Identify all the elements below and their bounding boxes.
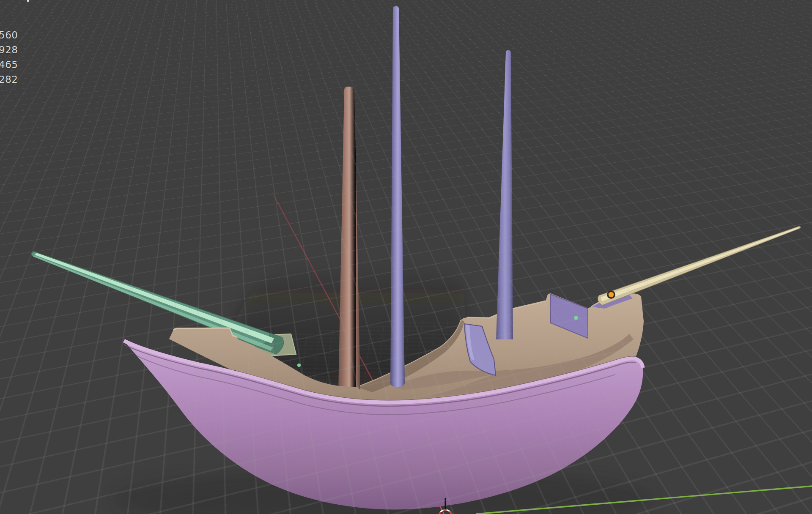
viewport-3d[interactable]: 560 928 465 282 — [0, 0, 812, 514]
fore-mast[interactable] — [338, 87, 360, 391]
stern-spar[interactable] — [598, 226, 801, 305]
deck-marker-green-2 — [574, 316, 578, 320]
clipped-text-fragment — [27, 0, 29, 2]
scene-graphics — [0, 0, 812, 514]
stats-line: 928 — [0, 43, 18, 57]
viewport-stats-overlay: 560 928 465 282 — [0, 28, 18, 87]
origin-point-icon[interactable] — [608, 291, 614, 298]
deck-marker-green-1 — [297, 364, 301, 367]
stats-line: 465 — [0, 57, 18, 72]
main-mast[interactable] — [390, 6, 405, 387]
stats-line: 560 — [0, 28, 18, 43]
boat-model[interactable] — [31, 6, 801, 509]
stats-line: 282 — [0, 72, 18, 87]
mizzen-mast[interactable] — [496, 50, 513, 339]
